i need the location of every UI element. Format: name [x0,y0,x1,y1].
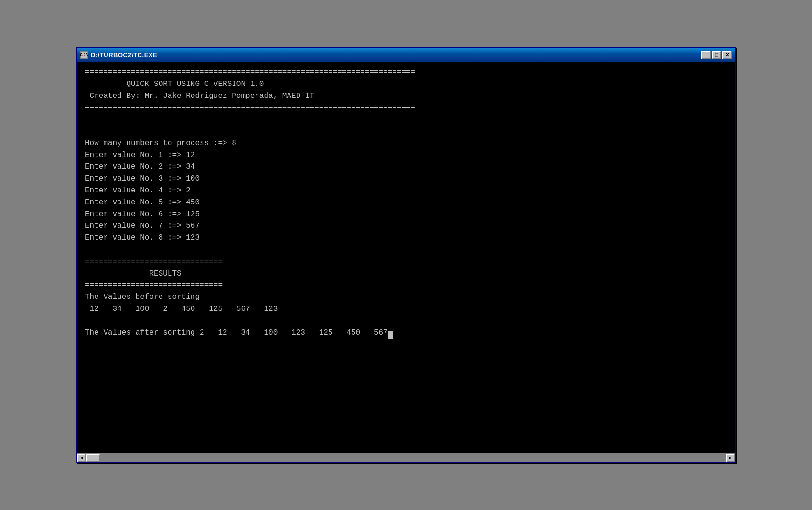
title-line1: QUICK SORT USING C VERSION 1.0 [85,80,264,88]
results-label: RESULTS [85,269,182,278]
entry8: Enter value No. 8 :=> 123 [85,234,200,242]
separator-results-top: ============================== [85,257,223,266]
entry2: Enter value No. 2 :=> 34 [85,162,195,171]
title-bar-left: c:\ D:\TURBOC2\TC.EXE [80,51,157,59]
blank-line3 [85,317,90,325]
scroll-right-button[interactable]: ► [726,454,735,462]
window-controls: ─ □ ✕ [701,51,732,59]
console-area: ========================================… [77,62,735,453]
separator-results-bottom: ============================== [85,281,223,289]
prompt-count: How many numbers to process :=> 8 [85,139,236,148]
horizontal-scrollbar: ◄ ► [77,453,735,462]
minimize-button[interactable]: ─ [701,51,711,59]
separator-title-bottom: ========================================… [85,103,415,112]
title-line2: Created By: Mr. Jake Rodriguez Pomperada… [85,92,314,100]
scroll-thumb[interactable] [86,454,100,462]
entry7: Enter value No. 7 :=> 567 [85,222,200,230]
blank-line2 [85,245,90,254]
blank-line1 [85,127,90,136]
entry6: Enter value No. 6 :=> 125 [85,210,200,219]
before-label: The Values before sorting [85,293,200,301]
close-button[interactable]: ✕ [722,51,732,59]
entry3: Enter value No. 3 :=> 100 [85,174,200,183]
scroll-left-button[interactable]: ◄ [77,454,86,462]
dos-window: c:\ D:\TURBOC2\TC.EXE ─ □ ✕ ============… [76,47,736,463]
entry1: Enter value No. 1 :=> 12 [85,151,195,159]
after-label: The Values after sorting [85,329,195,337]
entry5: Enter value No. 5 :=> 450 [85,198,200,207]
after-values: 2 12 34 100 123 125 450 567 [195,329,387,337]
console-output: ========================================… [85,66,727,339]
separator-top: ========================================… [85,68,415,76]
maximize-button[interactable]: □ [712,51,721,59]
entry4: Enter value No. 4 :=> 2 [85,186,191,195]
scroll-track[interactable] [86,454,726,462]
cursor [388,331,393,339]
before-values: 12 34 100 2 450 125 567 123 [85,305,278,313]
window-title: D:\TURBOC2\TC.EXE [91,52,157,59]
title-bar: c:\ D:\TURBOC2\TC.EXE ─ □ ✕ [77,48,735,62]
window-icon: c:\ [80,51,88,59]
